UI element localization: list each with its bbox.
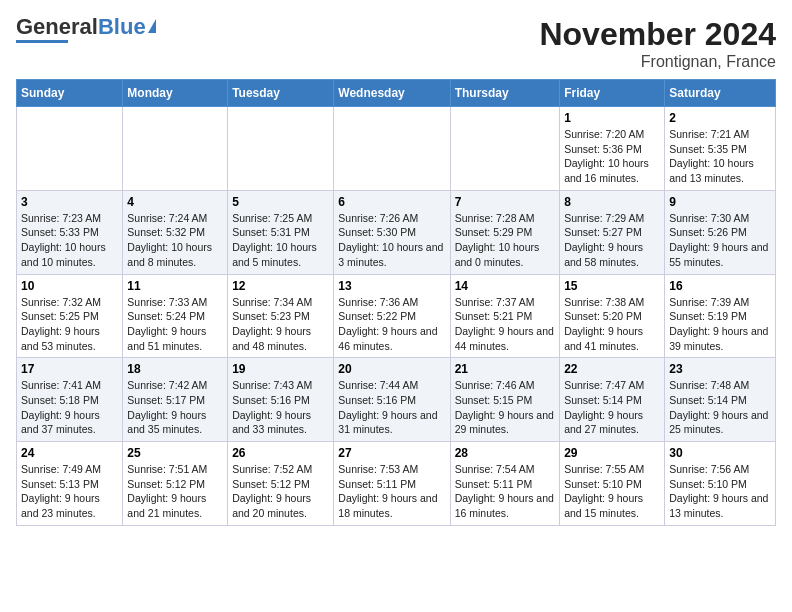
day-number: 14 — [455, 279, 556, 293]
day-info: Sunrise: 7:52 AM Sunset: 5:12 PM Dayligh… — [232, 462, 329, 521]
calendar-cell: 8Sunrise: 7:29 AM Sunset: 5:27 PM Daylig… — [560, 190, 665, 274]
day-number: 17 — [21, 362, 118, 376]
calendar-cell: 29Sunrise: 7:55 AM Sunset: 5:10 PM Dayli… — [560, 442, 665, 526]
calendar-cell — [450, 107, 560, 191]
day-number: 12 — [232, 279, 329, 293]
day-number: 8 — [564, 195, 660, 209]
calendar-week-row: 1Sunrise: 7:20 AM Sunset: 5:36 PM Daylig… — [17, 107, 776, 191]
day-number: 3 — [21, 195, 118, 209]
day-info: Sunrise: 7:56 AM Sunset: 5:10 PM Dayligh… — [669, 462, 771, 521]
calendar-cell: 3Sunrise: 7:23 AM Sunset: 5:33 PM Daylig… — [17, 190, 123, 274]
day-number: 15 — [564, 279, 660, 293]
day-info: Sunrise: 7:25 AM Sunset: 5:31 PM Dayligh… — [232, 211, 329, 270]
day-info: Sunrise: 7:32 AM Sunset: 5:25 PM Dayligh… — [21, 295, 118, 354]
calendar-cell: 10Sunrise: 7:32 AM Sunset: 5:25 PM Dayli… — [17, 274, 123, 358]
calendar-table: SundayMondayTuesdayWednesdayThursdayFrid… — [16, 79, 776, 526]
day-number: 23 — [669, 362, 771, 376]
day-number: 29 — [564, 446, 660, 460]
calendar-week-row: 3Sunrise: 7:23 AM Sunset: 5:33 PM Daylig… — [17, 190, 776, 274]
day-info: Sunrise: 7:49 AM Sunset: 5:13 PM Dayligh… — [21, 462, 118, 521]
day-info: Sunrise: 7:44 AM Sunset: 5:16 PM Dayligh… — [338, 378, 445, 437]
calendar-cell: 22Sunrise: 7:47 AM Sunset: 5:14 PM Dayli… — [560, 358, 665, 442]
day-info: Sunrise: 7:53 AM Sunset: 5:11 PM Dayligh… — [338, 462, 445, 521]
calendar-cell: 14Sunrise: 7:37 AM Sunset: 5:21 PM Dayli… — [450, 274, 560, 358]
day-number: 5 — [232, 195, 329, 209]
day-info: Sunrise: 7:36 AM Sunset: 5:22 PM Dayligh… — [338, 295, 445, 354]
day-number: 1 — [564, 111, 660, 125]
day-info: Sunrise: 7:34 AM Sunset: 5:23 PM Dayligh… — [232, 295, 329, 354]
logo-arrow-icon — [148, 19, 156, 33]
day-number: 16 — [669, 279, 771, 293]
day-info: Sunrise: 7:28 AM Sunset: 5:29 PM Dayligh… — [455, 211, 556, 270]
day-info: Sunrise: 7:43 AM Sunset: 5:16 PM Dayligh… — [232, 378, 329, 437]
calendar-cell: 5Sunrise: 7:25 AM Sunset: 5:31 PM Daylig… — [228, 190, 334, 274]
day-info: Sunrise: 7:21 AM Sunset: 5:35 PM Dayligh… — [669, 127, 771, 186]
calendar-cell: 2Sunrise: 7:21 AM Sunset: 5:35 PM Daylig… — [665, 107, 776, 191]
calendar-cell: 27Sunrise: 7:53 AM Sunset: 5:11 PM Dayli… — [334, 442, 450, 526]
column-header-saturday: Saturday — [665, 80, 776, 107]
day-number: 28 — [455, 446, 556, 460]
calendar-cell: 11Sunrise: 7:33 AM Sunset: 5:24 PM Dayli… — [123, 274, 228, 358]
day-info: Sunrise: 7:33 AM Sunset: 5:24 PM Dayligh… — [127, 295, 223, 354]
calendar-cell: 19Sunrise: 7:43 AM Sunset: 5:16 PM Dayli… — [228, 358, 334, 442]
calendar-cell: 4Sunrise: 7:24 AM Sunset: 5:32 PM Daylig… — [123, 190, 228, 274]
day-number: 11 — [127, 279, 223, 293]
calendar-cell: 21Sunrise: 7:46 AM Sunset: 5:15 PM Dayli… — [450, 358, 560, 442]
day-number: 13 — [338, 279, 445, 293]
calendar-cell: 9Sunrise: 7:30 AM Sunset: 5:26 PM Daylig… — [665, 190, 776, 274]
calendar-week-row: 17Sunrise: 7:41 AM Sunset: 5:18 PM Dayli… — [17, 358, 776, 442]
logo-blue-text: Blue — [98, 14, 146, 39]
day-number: 4 — [127, 195, 223, 209]
calendar-cell — [334, 107, 450, 191]
calendar-cell: 17Sunrise: 7:41 AM Sunset: 5:18 PM Dayli… — [17, 358, 123, 442]
calendar-cell: 28Sunrise: 7:54 AM Sunset: 5:11 PM Dayli… — [450, 442, 560, 526]
calendar-cell: 24Sunrise: 7:49 AM Sunset: 5:13 PM Dayli… — [17, 442, 123, 526]
calendar-week-row: 10Sunrise: 7:32 AM Sunset: 5:25 PM Dayli… — [17, 274, 776, 358]
calendar-week-row: 24Sunrise: 7:49 AM Sunset: 5:13 PM Dayli… — [17, 442, 776, 526]
day-info: Sunrise: 7:26 AM Sunset: 5:30 PM Dayligh… — [338, 211, 445, 270]
logo-general: General — [16, 14, 98, 39]
day-info: Sunrise: 7:39 AM Sunset: 5:19 PM Dayligh… — [669, 295, 771, 354]
day-info: Sunrise: 7:51 AM Sunset: 5:12 PM Dayligh… — [127, 462, 223, 521]
calendar-cell: 25Sunrise: 7:51 AM Sunset: 5:12 PM Dayli… — [123, 442, 228, 526]
calendar-cell: 18Sunrise: 7:42 AM Sunset: 5:17 PM Dayli… — [123, 358, 228, 442]
day-number: 19 — [232, 362, 329, 376]
day-number: 26 — [232, 446, 329, 460]
day-info: Sunrise: 7:23 AM Sunset: 5:33 PM Dayligh… — [21, 211, 118, 270]
logo-underline — [16, 40, 68, 43]
calendar-cell: 23Sunrise: 7:48 AM Sunset: 5:14 PM Dayli… — [665, 358, 776, 442]
calendar-cell: 6Sunrise: 7:26 AM Sunset: 5:30 PM Daylig… — [334, 190, 450, 274]
column-header-sunday: Sunday — [17, 80, 123, 107]
day-info: Sunrise: 7:46 AM Sunset: 5:15 PM Dayligh… — [455, 378, 556, 437]
day-info: Sunrise: 7:47 AM Sunset: 5:14 PM Dayligh… — [564, 378, 660, 437]
day-number: 9 — [669, 195, 771, 209]
day-number: 20 — [338, 362, 445, 376]
day-info: Sunrise: 7:41 AM Sunset: 5:18 PM Dayligh… — [21, 378, 118, 437]
day-number: 24 — [21, 446, 118, 460]
column-header-wednesday: Wednesday — [334, 80, 450, 107]
day-number: 22 — [564, 362, 660, 376]
day-number: 10 — [21, 279, 118, 293]
calendar-cell: 16Sunrise: 7:39 AM Sunset: 5:19 PM Dayli… — [665, 274, 776, 358]
logo: GeneralBlue — [16, 16, 156, 43]
calendar-cell: 15Sunrise: 7:38 AM Sunset: 5:20 PM Dayli… — [560, 274, 665, 358]
calendar-cell — [17, 107, 123, 191]
day-info: Sunrise: 7:38 AM Sunset: 5:20 PM Dayligh… — [564, 295, 660, 354]
day-number: 25 — [127, 446, 223, 460]
calendar-cell — [123, 107, 228, 191]
page-title: November 2024 — [539, 16, 776, 53]
page-subtitle: Frontignan, France — [539, 53, 776, 71]
day-info: Sunrise: 7:54 AM Sunset: 5:11 PM Dayligh… — [455, 462, 556, 521]
day-info: Sunrise: 7:55 AM Sunset: 5:10 PM Dayligh… — [564, 462, 660, 521]
column-header-tuesday: Tuesday — [228, 80, 334, 107]
calendar-cell: 26Sunrise: 7:52 AM Sunset: 5:12 PM Dayli… — [228, 442, 334, 526]
day-number: 30 — [669, 446, 771, 460]
day-number: 21 — [455, 362, 556, 376]
calendar-cell: 30Sunrise: 7:56 AM Sunset: 5:10 PM Dayli… — [665, 442, 776, 526]
day-info: Sunrise: 7:37 AM Sunset: 5:21 PM Dayligh… — [455, 295, 556, 354]
column-header-friday: Friday — [560, 80, 665, 107]
column-header-thursday: Thursday — [450, 80, 560, 107]
day-info: Sunrise: 7:20 AM Sunset: 5:36 PM Dayligh… — [564, 127, 660, 186]
column-header-monday: Monday — [123, 80, 228, 107]
page-header: GeneralBlue November 2024 Frontignan, Fr… — [16, 16, 776, 71]
